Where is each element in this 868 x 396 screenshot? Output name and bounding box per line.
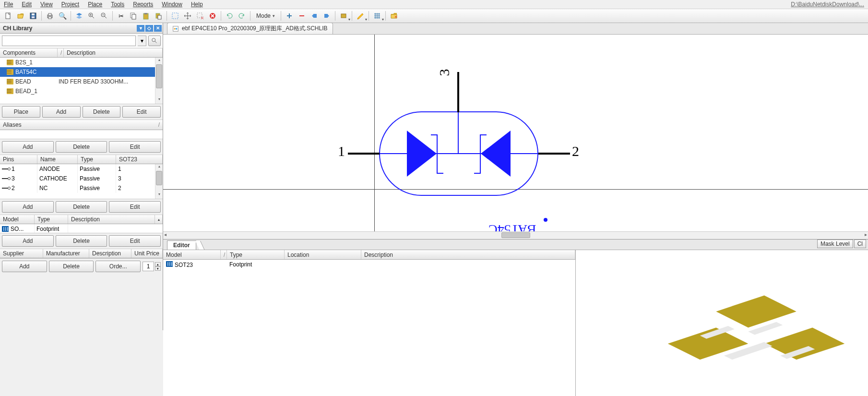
menu-file[interactable]: File — [4, 1, 13, 8]
menu-reports[interactable]: Reports — [133, 1, 153, 8]
add-button[interactable]: Add — [2, 201, 54, 213]
open-button[interactable] — [15, 10, 26, 22]
scrollbar[interactable] — [155, 58, 163, 104]
edit-button[interactable]: Edit — [109, 141, 161, 153]
plus-icon[interactable] — [284, 10, 295, 22]
component-name-text[interactable]: BAT54C — [488, 222, 536, 231]
pin-1-wire[interactable] — [348, 153, 380, 155]
list-item[interactable]: BAT54C — [0, 67, 163, 77]
mask-level-button[interactable]: Mask Level — [817, 240, 853, 248]
move-icon[interactable] — [182, 10, 193, 22]
select-icon[interactable] — [169, 10, 181, 22]
up-icon[interactable]: ▴ — [158, 217, 160, 222]
table-row[interactable]: 2 NC Passive 2 — [0, 183, 163, 193]
bottom-editor-panel: Editor Mask Level Cl Model / Type Locati… — [163, 239, 868, 396]
zoom-out-icon[interactable] — [98, 10, 110, 22]
next-icon[interactable] — [321, 10, 333, 22]
grid-icon[interactable] — [371, 10, 383, 22]
menu-tools[interactable]: Tools — [111, 1, 124, 8]
models-list[interactable]: SO... Footprint — [0, 224, 163, 233]
aliases-button-row: Add Delete Edit — [0, 139, 163, 155]
list-item[interactable]: BEAD_1 — [0, 86, 163, 96]
component-symbol[interactable]: 1 2 3 BAT54C — [345, 49, 739, 231]
order-button[interactable]: Orde... — [95, 261, 141, 272]
quantity-input[interactable] — [143, 262, 154, 271]
pins-list[interactable]: 1 ANODE Passive 1 3 CATHODE Passive 3 2 … — [0, 164, 163, 199]
table-row[interactable]: 1 ANODE Passive 1 — [0, 164, 163, 174]
pin-icon — [2, 186, 11, 190]
mode-dropdown[interactable]: Mode — [252, 12, 279, 19]
quantity-stepper[interactable]: ▴▾ — [143, 261, 161, 272]
print-button[interactable] — [44, 10, 56, 22]
svg-rect-0 — [6, 13, 10, 19]
menu-place[interactable]: Place — [88, 1, 102, 8]
folder-cross-icon[interactable] — [388, 10, 400, 22]
component-icon — [7, 88, 13, 94]
place-button[interactable]: Place — [2, 106, 40, 118]
add-button[interactable]: Add — [2, 261, 47, 272]
redo-icon[interactable] — [236, 10, 248, 22]
horizontal-scrollbar[interactable] — [163, 231, 868, 239]
supplier-header: Supplier Manufacturer Description Unit P… — [0, 249, 163, 258]
edit-button[interactable]: Edit — [109, 235, 161, 247]
search-button[interactable] — [148, 36, 161, 46]
step-up-icon[interactable]: ▴ — [155, 262, 161, 266]
cut-icon[interactable]: ✂ — [115, 10, 127, 22]
pin-3-wire[interactable] — [457, 72, 459, 112]
clear-icon[interactable] — [207, 10, 218, 22]
preview-icon[interactable]: 🔍 — [57, 10, 68, 22]
list-item[interactable]: BEADIND FER BEAD 330OHM... — [0, 77, 163, 86]
panel-dropdown-icon[interactable]: ▾ — [137, 25, 144, 32]
clear-button[interactable]: Cl — [854, 240, 866, 248]
new-button[interactable] — [2, 10, 14, 22]
annotate-icon[interactable] — [355, 10, 366, 22]
delete-button[interactable]: Delete — [56, 235, 107, 247]
edit-button[interactable]: Edit — [122, 106, 161, 118]
add-button[interactable]: Add — [42, 106, 81, 118]
file-tab[interactable]: ebf EP4CE10 Pro_20200309_原理图库_AD格式.SCHLI… — [167, 23, 333, 34]
delete-button[interactable]: Delete — [56, 141, 107, 153]
editor-tab[interactable]: Editor — [167, 240, 196, 250]
zoom-in-icon[interactable] — [86, 10, 97, 22]
components-list[interactable]: B2S_1 BAT54C BEADIND FER BEAD 330OHM... … — [0, 58, 163, 104]
place-part-icon[interactable] — [338, 10, 349, 22]
edit-button[interactable]: Edit — [109, 201, 161, 213]
add-button[interactable]: Add — [2, 141, 54, 153]
panel-undock-icon[interactable]: ◇ — [145, 25, 153, 32]
aliases-list[interactable] — [0, 130, 163, 139]
delete-button[interactable]: Delete — [56, 201, 107, 213]
add-button[interactable]: Add — [2, 235, 54, 247]
search-input[interactable] — [2, 36, 136, 46]
menu-project[interactable]: Project — [61, 1, 79, 8]
table-row[interactable]: SOT23 Footprint — [163, 260, 575, 269]
model-list[interactable]: Model / Type Location Description SOT23 … — [163, 250, 576, 396]
svg-point-21 — [174, 28, 176, 30]
svg-rect-2 — [32, 13, 35, 15]
layers-icon[interactable] — [73, 10, 85, 22]
prev-icon[interactable] — [309, 10, 320, 22]
delete-button[interactable]: Delete — [83, 106, 121, 118]
deselect-icon[interactable] — [194, 10, 206, 22]
menu-help[interactable]: Help — [191, 1, 203, 8]
list-item[interactable]: B2S_1 — [0, 58, 163, 67]
panel-close-icon[interactable]: ✕ — [154, 25, 162, 32]
delete-button[interactable]: Delete — [49, 261, 94, 272]
schematic-canvas[interactable]: 1 2 3 BAT54C — [163, 35, 868, 231]
step-down-icon[interactable]: ▾ — [155, 266, 161, 271]
save-button[interactable] — [27, 10, 39, 22]
scrollbar[interactable] — [155, 164, 163, 199]
search-dropdown-icon[interactable]: ▾ — [138, 36, 146, 46]
table-row[interactable]: 3 CATHODE Passive 3 — [0, 174, 163, 183]
undo-icon[interactable] — [224, 10, 235, 22]
pin-2-wire[interactable] — [538, 153, 570, 155]
table-row[interactable]: SO... Footprint — [0, 224, 163, 233]
menu-window[interactable]: Window — [162, 1, 182, 8]
paste-icon[interactable] — [140, 10, 152, 22]
minus-icon[interactable] — [296, 10, 308, 22]
footprint-preview-3d[interactable] — [576, 250, 868, 396]
aliases-header[interactable]: Aliases/ — [0, 120, 163, 130]
menu-view[interactable]: View — [40, 1, 53, 8]
paste-special-icon[interactable] — [153, 10, 164, 22]
copy-icon[interactable] — [128, 10, 139, 22]
menu-edit[interactable]: Edit — [22, 1, 32, 8]
